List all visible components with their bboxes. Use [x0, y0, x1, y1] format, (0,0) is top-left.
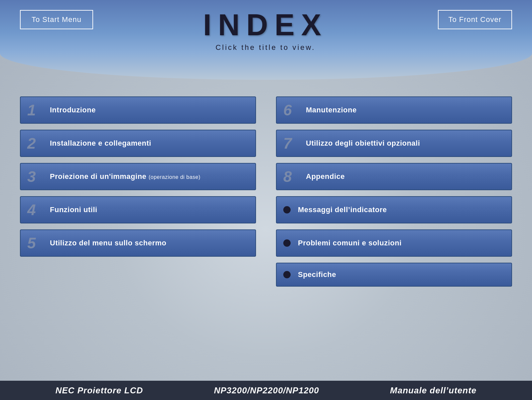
item-label-messaggi: Messaggi dell’indicatore	[298, 205, 387, 214]
item-label-3: Proiezione di un'immagine (operazione di…	[50, 172, 200, 181]
item-label-6: Manutenzione	[306, 106, 357, 114]
index-title: INDEX	[106, 10, 425, 40]
footer-brand: NEC Proiettore LCD	[56, 385, 143, 396]
item-label-1: Introduzione	[50, 106, 96, 114]
footer: NEC Proiettore LCD NP3200/NP2200/NP1200 …	[0, 381, 532, 400]
item-label-3-small: (operazione di base)	[149, 174, 200, 180]
item-label-4: Funzioni utili	[50, 205, 97, 214]
item-number-3: 3	[27, 169, 44, 184]
item-label-specifiche: Specifiche	[298, 270, 336, 279]
index-item-messaggi[interactable]: Messaggi dell’indicatore	[276, 196, 512, 223]
item-label-problemi: Problemi comuni e soluzioni	[298, 239, 402, 247]
item-number-2: 2	[27, 136, 44, 151]
index-item-4[interactable]: 4 Funzioni utili	[20, 196, 256, 223]
index-item-specifiche[interactable]: Specifiche	[276, 263, 512, 287]
item-number-1: 1	[27, 102, 44, 118]
index-item-problemi[interactable]: Problemi comuni e soluzioni	[276, 229, 512, 257]
header-center: INDEX Click the title to view.	[93, 10, 438, 52]
footer-doc: Manuale dell’utente	[390, 385, 476, 396]
item-number-4: 4	[27, 202, 44, 217]
index-item-1[interactable]: 1 Introduzione	[20, 96, 256, 124]
index-item-3[interactable]: 3 Proiezione di un'immagine (operazione …	[20, 163, 256, 190]
index-item-7[interactable]: 7 Utilizzo degli obiettivi opzionali	[276, 130, 512, 157]
to-start-menu-button[interactable]: To Start Menu	[20, 10, 93, 29]
subtitle: Click the title to view.	[106, 43, 425, 52]
item-number-5: 5	[27, 235, 44, 251]
item-label-2: Installazione e collegamenti	[50, 139, 151, 148]
index-item-8[interactable]: 8 Appendice	[276, 163, 512, 190]
index-item-2[interactable]: 2 Installazione e collegamenti	[20, 130, 256, 157]
index-grid: 1 Introduzione 6 Manutenzione 2 Installa…	[20, 96, 512, 287]
item-label-8: Appendice	[306, 172, 345, 181]
item-bullet-messaggi	[283, 206, 291, 213]
item-bullet-problemi	[283, 239, 291, 247]
item-number-7: 7	[283, 136, 300, 151]
to-front-cover-button[interactable]: To Front Cover	[438, 10, 512, 29]
item-label-5: Utilizzo del menu sullo schermo	[50, 239, 166, 247]
header-content: To Start Menu INDEX Click the title to v…	[0, 0, 532, 80]
index-item-5[interactable]: 5 Utilizzo del menu sullo schermo	[20, 229, 256, 257]
footer-model: NP3200/NP2200/NP1200	[214, 385, 319, 396]
item-bullet-specifiche	[283, 271, 291, 278]
item-number-6: 6	[283, 102, 300, 118]
index-item-6[interactable]: 6 Manutenzione	[276, 96, 512, 124]
item-label-7: Utilizzo degli obiettivi opzionali	[306, 139, 420, 148]
item-number-8: 8	[283, 169, 300, 184]
